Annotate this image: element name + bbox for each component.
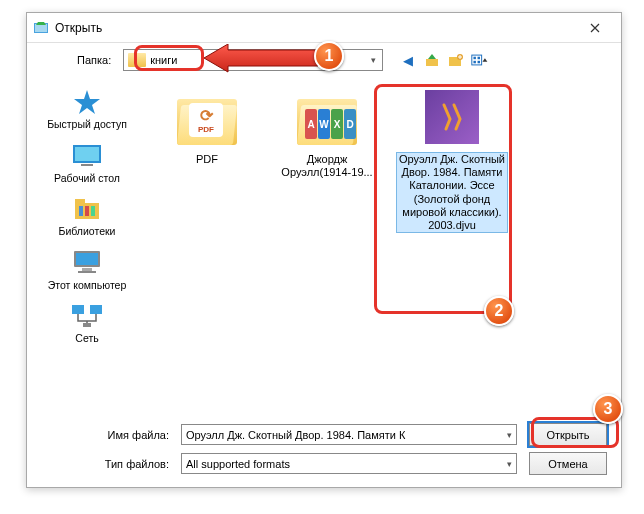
folder-label: Папка: bbox=[77, 54, 111, 66]
svg-rect-20 bbox=[82, 268, 92, 271]
sidebar-item-label: Библиотеки bbox=[59, 226, 116, 238]
view-menu-icon[interactable] bbox=[471, 51, 489, 69]
svg-rect-8 bbox=[474, 61, 476, 63]
docs-badge-icon: AWXD bbox=[305, 109, 356, 139]
filename-label: Имя файла: bbox=[61, 429, 181, 441]
svg-rect-11 bbox=[75, 147, 99, 161]
svg-rect-12 bbox=[81, 164, 93, 166]
svg-rect-7 bbox=[478, 57, 480, 59]
folder-icon: AWXD bbox=[295, 89, 359, 145]
file-label: Джордж Оруэлл(1914-19... bbox=[277, 153, 377, 179]
up-icon[interactable] bbox=[423, 51, 441, 69]
folder-icon: PDF bbox=[175, 89, 239, 145]
svg-rect-9 bbox=[478, 61, 480, 63]
sidebar-item-label: Быстрый доступ bbox=[47, 119, 127, 131]
sidebar-item-desktop[interactable]: Рабочий стол bbox=[31, 139, 143, 187]
bottom-area: Имя файла: Оруэлл Дж. Скотный Двор. 1984… bbox=[27, 417, 621, 491]
svg-rect-22 bbox=[72, 305, 84, 314]
svg-rect-21 bbox=[78, 271, 96, 273]
file-label: PDF bbox=[196, 153, 218, 166]
filetype-label: Тип файлов: bbox=[61, 458, 181, 470]
computer-icon bbox=[69, 248, 105, 278]
sidebar-item-label: Сеть bbox=[75, 333, 98, 345]
desktop-icon bbox=[69, 141, 105, 171]
body-area: Быстрый доступ Рабочий стол Библиотеки Э… bbox=[27, 77, 621, 417]
svg-rect-6 bbox=[474, 57, 476, 59]
close-button[interactable] bbox=[575, 14, 615, 42]
svg-rect-14 bbox=[75, 199, 85, 205]
back-icon[interactable]: ◀ bbox=[399, 51, 417, 69]
filetype-dropdown[interactable]: All supported formats▾ bbox=[181, 453, 517, 474]
open-button[interactable]: Открыть bbox=[529, 423, 607, 446]
callout-1: 1 bbox=[314, 41, 344, 71]
network-icon bbox=[69, 301, 105, 331]
svg-rect-5 bbox=[472, 55, 482, 65]
chevron-down-icon: ▾ bbox=[503, 430, 512, 440]
callout-2: 2 bbox=[484, 296, 514, 326]
annotation-arrow bbox=[200, 44, 320, 74]
svg-rect-19 bbox=[76, 253, 98, 265]
folder-icon bbox=[128, 53, 146, 67]
sidebar-item-label: Рабочий стол bbox=[54, 173, 120, 185]
sidebar-item-quick-access[interactable]: Быстрый доступ bbox=[31, 85, 143, 133]
pdf-badge-icon: PDF bbox=[189, 103, 223, 137]
libraries-icon bbox=[69, 194, 105, 224]
filename-input[interactable]: Оруэлл Дж. Скотный Двор. 1984. Памяти К▾ bbox=[181, 424, 517, 445]
file-list[interactable]: PDF PDF AWXD Джордж Оруэлл(1914-19... Ор… bbox=[147, 77, 621, 417]
app-icon bbox=[33, 20, 49, 36]
cancel-button[interactable]: Отмена bbox=[529, 452, 607, 475]
chevron-down-icon: ▾ bbox=[364, 55, 382, 65]
svg-rect-16 bbox=[85, 206, 89, 216]
svg-rect-17 bbox=[91, 206, 95, 216]
star-icon bbox=[69, 87, 105, 117]
chevron-down-icon: ▾ bbox=[503, 459, 512, 469]
callout-3: 3 bbox=[593, 394, 623, 424]
sidebar-item-this-pc[interactable]: Этот компьютер bbox=[31, 246, 143, 294]
djvu-icon bbox=[425, 90, 479, 144]
filetype-value: All supported formats bbox=[186, 458, 290, 470]
window-title: Открыть bbox=[55, 21, 575, 35]
file-item-pdf-folder[interactable]: PDF PDF bbox=[157, 85, 257, 166]
sidebar: Быстрый доступ Рабочий стол Библиотеки Э… bbox=[27, 77, 147, 417]
sidebar-item-libraries[interactable]: Библиотеки bbox=[31, 192, 143, 240]
sidebar-item-network[interactable]: Сеть bbox=[31, 299, 143, 347]
open-file-dialog: Открыть Папка: книги ▾ ◀ bbox=[26, 12, 622, 488]
filename-value: Оруэлл Дж. Скотный Двор. 1984. Памяти К bbox=[186, 429, 405, 441]
svg-rect-1 bbox=[35, 24, 47, 32]
file-label: Оруэлл Дж. Скотный Двор. 1984. Памяти Ка… bbox=[397, 153, 507, 232]
svg-rect-2 bbox=[426, 59, 438, 66]
sidebar-item-label: Этот компьютер bbox=[48, 280, 127, 292]
svg-rect-24 bbox=[83, 323, 91, 327]
new-folder-icon[interactable] bbox=[447, 51, 465, 69]
titlebar: Открыть bbox=[27, 13, 621, 43]
svg-rect-23 bbox=[90, 305, 102, 314]
toolbar-icons: ◀ bbox=[399, 51, 489, 69]
file-item-orwell-folder[interactable]: AWXD Джордж Оруэлл(1914-19... bbox=[277, 85, 377, 179]
svg-rect-15 bbox=[79, 206, 83, 216]
file-item-djvu-selected[interactable]: Оруэлл Дж. Скотный Двор. 1984. Памяти Ка… bbox=[397, 85, 507, 232]
